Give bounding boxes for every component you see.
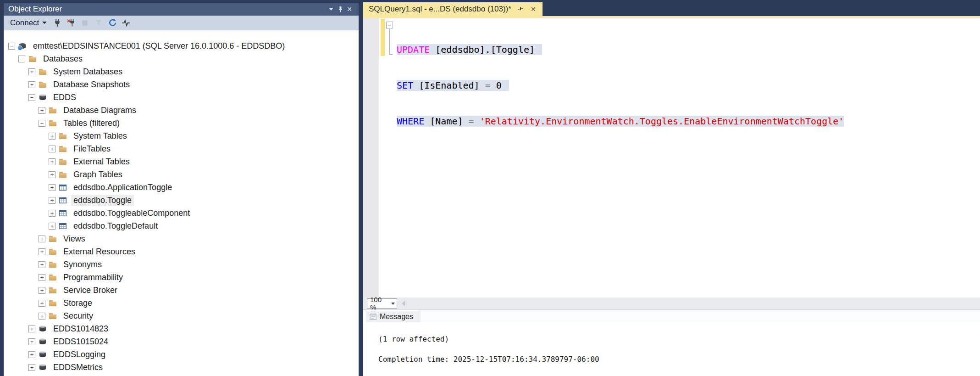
message-line: (1 row affected) [378, 334, 980, 344]
expand-collapse-icon[interactable] [39, 313, 45, 320]
expand-collapse-icon[interactable] [39, 261, 45, 268]
expand-collapse-icon[interactable] [49, 171, 55, 178]
tree-item[interactable]: eddsdbo.ToggleableComponent [4, 207, 359, 219]
zoom-chevron-down-icon[interactable] [389, 299, 397, 308]
expand-collapse-icon[interactable] [28, 338, 35, 345]
zoom-dropdown[interactable]: 100 % [367, 298, 397, 309]
expand-collapse-icon[interactable] [28, 325, 35, 332]
expand-collapse-icon[interactable] [28, 351, 35, 358]
tree-item[interactable]: Programmability [4, 271, 359, 284]
tree-item-label: External Tables [71, 156, 132, 168]
database-icon [39, 93, 47, 101]
tab-close-icon[interactable]: ✕ [530, 6, 537, 13]
close-icon[interactable]: ✕ [345, 5, 354, 14]
expand-collapse-icon[interactable] [39, 274, 45, 281]
tree-item[interactable]: eddsdbo.Toggle [4, 194, 359, 207]
expand-collapse-icon[interactable] [49, 146, 55, 152]
code-token: = [469, 116, 474, 127]
folder-icon [59, 145, 67, 153]
tree-item[interactable]: EDDS1015024 [4, 335, 359, 348]
tree-item-label: Programmability [61, 272, 125, 283]
tree-item[interactable]: EDDSLogging [4, 348, 359, 361]
code-token: [eddsdbo].[Toggle] [430, 44, 535, 55]
object-explorer-titlebar[interactable]: Object Explorer ✕ [4, 3, 359, 16]
tree-item[interactable]: External Tables [4, 155, 359, 168]
expand-collapse-icon[interactable] [49, 158, 55, 165]
expand-collapse-icon[interactable] [39, 287, 45, 294]
tree-item[interactable]: Security [4, 309, 359, 322]
code-token: [IsEnabled] [413, 80, 485, 91]
messages-output[interactable]: (1 row affected)Completion time: 2025-12… [363, 322, 980, 376]
horizontal-scrollbar[interactable] [397, 297, 980, 309]
database-icon [39, 337, 47, 346]
code-area[interactable]: UPDATE [eddsdbo].[Toggle] SET [IsEnabled… [397, 20, 844, 151]
code-token: WHERE [397, 116, 424, 127]
messages-tab[interactable]: Messages [366, 311, 421, 323]
expand-collapse-icon[interactable] [39, 236, 45, 242]
disconnect-plug-icon[interactable] [65, 17, 77, 29]
stop-icon[interactable] [79, 17, 91, 29]
expand-collapse-icon[interactable] [49, 197, 55, 204]
expand-collapse-icon[interactable] [49, 223, 55, 230]
tree-item[interactable]: EDDS [4, 91, 359, 104]
sql-editor[interactable]: − UPDATE [eddsdbo].[Toggle] SET [IsEnabl… [363, 18, 980, 297]
refresh-icon[interactable] [106, 17, 118, 29]
connect-plug-icon[interactable] [51, 17, 63, 29]
expand-collapse-icon[interactable] [18, 56, 25, 62]
tree-item[interactable]: System Tables [4, 129, 359, 142]
tab-pin-icon[interactable] [517, 6, 524, 13]
document-tab[interactable]: SQLQuery1.sql - e...DS (eddsdbo (103))* … [363, 2, 543, 16]
folder-icon [59, 170, 67, 179]
expand-collapse-icon[interactable] [39, 300, 45, 307]
tree-item[interactable]: Tables (filtered) [4, 117, 359, 129]
tree-item[interactable]: Synonyms [4, 258, 359, 271]
expand-collapse-icon[interactable] [39, 120, 45, 127]
activity-monitor-icon[interactable] [120, 17, 132, 29]
expand-collapse-icon[interactable] [8, 43, 15, 50]
folder-icon [39, 80, 47, 89]
tree-item[interactable]: Database Diagrams [4, 104, 359, 117]
tree-item[interactable]: Service Broker [4, 284, 359, 297]
tree-item[interactable]: EDDSMetrics [4, 361, 359, 374]
expand-collapse-icon[interactable] [28, 94, 35, 101]
server-icon [18, 42, 27, 50]
expand-collapse-icon[interactable] [28, 81, 35, 88]
connect-button[interactable]: Connect [7, 17, 50, 28]
expand-collapse-icon[interactable] [28, 364, 35, 371]
code-token: SET [397, 80, 413, 91]
tree-item[interactable]: EDDS1014823 [4, 322, 359, 335]
tree-item[interactable]: External Resources [4, 245, 359, 258]
expand-collapse-icon[interactable] [39, 248, 45, 255]
tree-item[interactable]: eddsdbo.ApplicationToggle [4, 181, 359, 194]
tree-item[interactable]: System Databases [4, 65, 359, 78]
tree-item[interactable]: eddsdbo.ToggleDefault [4, 219, 359, 232]
expand-collapse-icon[interactable] [49, 184, 55, 191]
database-icon [39, 325, 47, 333]
tree-item-label: eddsdbo.ApplicationToggle [71, 182, 174, 193]
tree-item[interactable]: Databases [4, 52, 359, 65]
table-icon [59, 196, 67, 204]
database-icon [39, 350, 47, 359]
messages-icon [370, 314, 376, 320]
tree-item[interactable]: Database Snapshots [4, 78, 359, 91]
pin-icon[interactable] [336, 5, 345, 14]
tree-item[interactable]: Graph Tables [4, 168, 359, 181]
expand-collapse-icon[interactable] [49, 133, 55, 140]
folder-icon [59, 157, 67, 166]
expand-collapse-icon[interactable] [49, 210, 55, 217]
fold-collapse-icon[interactable]: − [386, 22, 393, 28]
expand-collapse-icon[interactable] [39, 107, 45, 114]
tree-item[interactable]: Storage [4, 297, 359, 309]
filter-icon[interactable] [93, 17, 105, 29]
table-icon [59, 183, 67, 191]
tree-item-label: emttest\EDDSINSTANCE001 (SQL Server 16.0… [31, 40, 287, 52]
tree-item[interactable]: emttest\EDDSINSTANCE001 (SQL Server 16.0… [4, 39, 359, 52]
tree-item-label: External Resources [61, 246, 138, 258]
fold-guide-line [389, 29, 390, 54]
scroll-left-arrow-icon[interactable] [402, 301, 405, 306]
window-position-chevron-down-icon[interactable] [327, 5, 336, 14]
expand-collapse-icon[interactable] [28, 68, 35, 75]
tree-item-label: Synonyms [61, 259, 104, 270]
tree-item[interactable]: Views [4, 232, 359, 245]
tree-item[interactable]: FileTables [4, 142, 359, 155]
